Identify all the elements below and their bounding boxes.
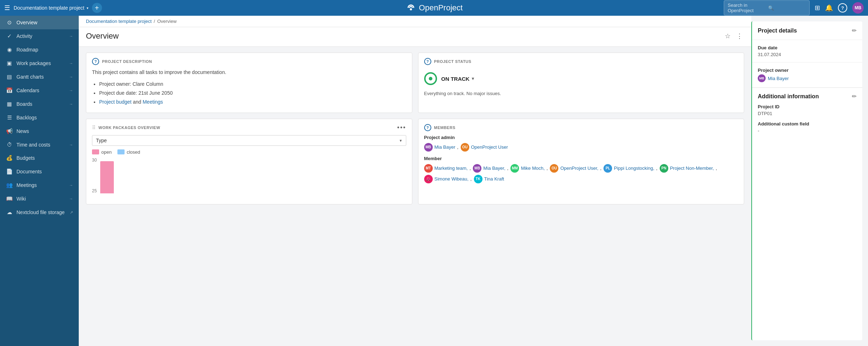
- wp-title-group: ⠿ WORK PACKAGES OVERVIEW: [92, 125, 160, 130]
- sidebar-icon-roadmap: ◉: [6, 46, 13, 53]
- bell-icon[interactable]: 🔔: [825, 4, 833, 12]
- more-options-button[interactable]: ⋮: [735, 31, 744, 41]
- description-help-icon[interactable]: ?: [92, 58, 99, 65]
- sidebar-item-backlogs[interactable]: ☰ Backlogs: [0, 111, 79, 124]
- pn-label: Project Non-Member,: [670, 165, 714, 171]
- ou-label: OpenProject User: [471, 144, 508, 150]
- sidebar-item-overview[interactable]: ⊙ Overview: [0, 16, 79, 29]
- sidebar-item-activity[interactable]: ✓ Activity →: [0, 29, 79, 43]
- sidebar-item-budgets[interactable]: 💰 Budgets: [0, 151, 79, 165]
- y-label-25: 25: [92, 188, 97, 193]
- sidebar-icon-documents: 📄: [6, 168, 13, 175]
- project-selector[interactable]: Documentation template project ▾: [14, 5, 88, 11]
- wp-chart-area: open closed 30 25: [86, 149, 412, 204]
- sidebar-label-news: News: [16, 128, 73, 134]
- sidebar-label-overview: Overview: [16, 20, 73, 25]
- member-mike-moch[interactable]: MM Mike Moch,: [510, 164, 548, 173]
- project-budget-link[interactable]: Project budget: [99, 99, 131, 105]
- star-button[interactable]: ☆: [723, 31, 732, 41]
- sidebar-icon-meetings: 👥: [6, 182, 13, 188]
- sidebar-item-wiki[interactable]: 📖 Wiki →: [0, 192, 79, 206]
- wp-menu-icon[interactable]: •••: [397, 124, 406, 132]
- content-header: Documentation template project / Overvie…: [79, 16, 751, 27]
- tk-avatar: TK: [474, 175, 483, 183]
- search-box[interactable]: Search in OpenProject 🔍: [724, 0, 810, 15]
- sidebar-item-roadmap[interactable]: ◉ Roadmap: [0, 43, 79, 56]
- member-mia-bayer[interactable]: MB Mia Bayer,: [473, 164, 508, 173]
- pl-avatar: PL: [603, 164, 612, 173]
- description-card-title: PROJECT DESCRIPTION: [102, 59, 152, 64]
- sidebar-item-news[interactable]: 📢 News: [0, 124, 79, 138]
- breadcrumb: Documentation template project / Overvie…: [86, 19, 176, 24]
- desc-list-item-3: Project budget and Meetings: [99, 98, 406, 107]
- breadcrumb-current: Overview: [157, 19, 176, 24]
- closed-color-swatch: [117, 149, 125, 154]
- sidebar-label-work-packages: Work packages: [16, 60, 66, 66]
- sidebar-item-time-and-costs[interactable]: ⏱ Time and costs →: [0, 138, 79, 151]
- hamburger-menu-icon[interactable]: ☰: [4, 4, 10, 12]
- drag-icon[interactable]: ⠿: [92, 125, 96, 130]
- sidebar-icon-nextcloud: ☁: [6, 209, 13, 216]
- open-legend-item: open: [92, 149, 112, 155]
- member-ou[interactable]: OU OpenProject User,: [550, 164, 601, 173]
- open-legend-label: open: [101, 149, 112, 155]
- sidebar-item-nextcloud[interactable]: ☁ Nextcloud file storage ↗: [0, 206, 79, 219]
- sidebar-item-gantt-charts[interactable]: ▤ Gantt charts →: [0, 70, 79, 84]
- mb2-label: Mia Bayer,: [483, 165, 505, 171]
- project-id-section: Project ID DTP01: [758, 104, 857, 121]
- status-row: ON TRACK ▾: [424, 69, 738, 91]
- member-project-non-member[interactable]: PN Project Non-Member,: [660, 164, 717, 173]
- help-icon[interactable]: ?: [838, 3, 847, 13]
- sidebar-icon-wiki: 📖: [6, 196, 13, 202]
- sidebar-icon-budgets: 💰: [6, 155, 13, 161]
- sidebar-arrow-time-and-costs: →: [69, 143, 73, 147]
- sidebar-label-meetings: Meetings: [16, 182, 66, 188]
- bar-open: [100, 161, 114, 193]
- sidebar-arrow-wiki: →: [69, 197, 73, 201]
- member-simone[interactable]: 🌺 Simone Wibeau,: [424, 175, 472, 183]
- logo-icon: [405, 4, 416, 12]
- members-help-icon[interactable]: ?: [424, 124, 431, 131]
- member-marketing-team[interactable]: MT Marketing team,: [424, 164, 471, 173]
- sidebar-item-documents[interactable]: 📄 Documents: [0, 165, 79, 178]
- sidebar-item-work-packages[interactable]: ▣ Work packages →: [0, 56, 79, 70]
- user-avatar[interactable]: MB: [852, 2, 864, 14]
- project-id-value: DTP01: [758, 111, 857, 116]
- wp-type-selector: Type Status Priority Assignee: [92, 135, 406, 146]
- member-pippi[interactable]: PL Pippi Longstocking,: [603, 164, 657, 173]
- admin-mia-bayer[interactable]: MB Mia Bayer: [424, 143, 459, 152]
- sidebar-label-time-and-costs: Time and costs: [16, 142, 66, 148]
- wp-card-title: WORK PACKAGES OVERVIEW: [98, 125, 160, 130]
- main-content: Documentation template project / Overvie…: [79, 16, 751, 346]
- grid-icon[interactable]: ⊞: [815, 4, 820, 12]
- type-select[interactable]: Type Status Priority Assignee: [92, 135, 406, 146]
- sidebar: ⊙ Overview ✓ Activity → ◉ Roadmap ▣ Work…: [0, 16, 79, 346]
- breadcrumb-project-link[interactable]: Documentation template project: [86, 19, 152, 24]
- member-tina[interactable]: TK Tina Kraft: [474, 175, 506, 183]
- desc-list-item-2: Project due date: 21st June 2050: [99, 89, 406, 98]
- sidebar-item-boards[interactable]: ▦ Boards →: [0, 97, 79, 111]
- mb2-avatar: MB: [473, 164, 481, 173]
- additional-edit-icon[interactable]: ✏: [852, 93, 857, 100]
- mt-label: Marketing team,: [435, 165, 468, 171]
- ou2-avatar: OU: [550, 164, 558, 173]
- ou-avatar: OU: [461, 143, 469, 152]
- project-details-edit-icon[interactable]: ✏: [852, 27, 857, 34]
- status-label[interactable]: ON TRACK ▾: [441, 76, 474, 82]
- sw-label: Simone Wibeau,: [435, 176, 469, 182]
- add-button[interactable]: +: [92, 3, 102, 13]
- status-description: Everything on track. No major issues.: [424, 91, 738, 96]
- sidebar-arrow-meetings: →: [69, 183, 73, 187]
- sidebar-item-calendars[interactable]: 📅 Calendars →: [0, 84, 79, 97]
- meetings-link[interactable]: Meetings: [142, 99, 163, 105]
- ou2-label: OpenProject User,: [560, 165, 598, 171]
- sidebar-item-meetings[interactable]: 👥 Meetings →: [0, 178, 79, 192]
- due-date-section: Due date 31.07.2024: [752, 40, 862, 63]
- project-caret-icon: ▾: [87, 6, 88, 10]
- status-help-icon[interactable]: ?: [424, 58, 431, 65]
- admin-openproject-user[interactable]: OU OpenProject User: [461, 143, 510, 152]
- sidebar-arrow-activity: →: [69, 34, 73, 38]
- member-list: MT Marketing team, MB Mia Bayer, MM Mike…: [424, 164, 738, 183]
- status-dropdown-icon: ▾: [472, 76, 474, 81]
- owner-value[interactable]: MB Mia Bayer: [758, 74, 857, 82]
